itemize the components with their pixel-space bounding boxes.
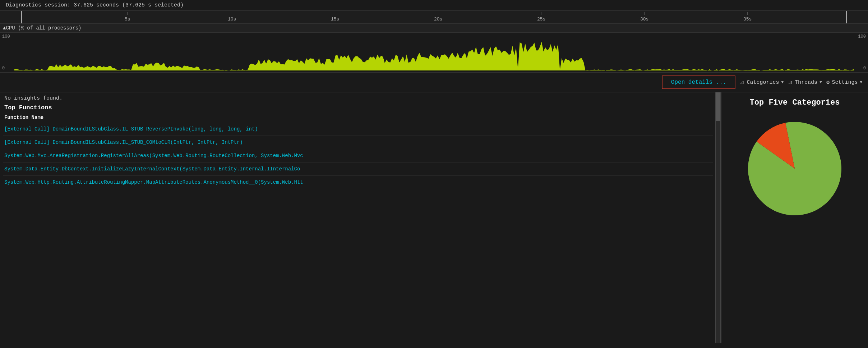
pie-chart-container xyxy=(741,113,849,221)
main-content: No insights found. Top Functions Functio… xyxy=(0,92,868,343)
tick-line xyxy=(438,12,438,15)
cpu-y-min-left: 0 xyxy=(2,66,5,71)
ruler-tick-20s: 20s xyxy=(434,11,442,23)
tick-line xyxy=(127,12,128,15)
cpu-y-min-right: 0 xyxy=(863,66,866,71)
function-row-2[interactable]: System.Web.Mvc.AreaRegistration.Register… xyxy=(3,149,713,162)
tick-line xyxy=(644,12,645,15)
tick-label: 30s xyxy=(640,17,648,22)
timeline-ruler: 5s 10s 15s 20s 25s 30s 35s xyxy=(0,11,868,24)
ruler-tick-15s: 15s xyxy=(331,11,339,23)
threads-filter-button[interactable]: ⊿ Threads ▼ xyxy=(788,79,822,86)
function-name-header: Function Name xyxy=(3,115,713,120)
ruler-tick-25s: 25s xyxy=(537,11,545,23)
open-details-button[interactable]: Open details ... xyxy=(662,75,736,89)
tick-line xyxy=(232,12,232,15)
settings-button[interactable]: ⚙ Settings ▼ xyxy=(826,79,862,86)
threads-dropdown-arrow: ▼ xyxy=(819,80,822,84)
function-row-4[interactable]: System.Web.Http.Routing.AttributeRouting… xyxy=(3,176,713,189)
toolbar-row: Open details ... ⊿ Categories ▼ ⊿ Thread… xyxy=(0,73,868,92)
diagnostics-title: Diagnostics session: 37.625 seconds (37.… xyxy=(6,2,184,8)
tick-label: 20s xyxy=(434,17,442,22)
cpu-header-label: ▲CPU (% of all processors) xyxy=(3,25,81,31)
tick-label: 15s xyxy=(331,17,339,22)
cpu-waveform xyxy=(14,42,854,70)
cpu-section: ▲CPU (% of all processors) 100 0 100 0 xyxy=(0,24,868,73)
categories-dropdown-arrow: ▼ xyxy=(781,80,784,84)
right-panel: Top Five Categories xyxy=(721,92,868,343)
diagnostics-header: Diagnostics session: 37.625 seconds (37.… xyxy=(0,0,868,11)
categories-filter-label: Categories xyxy=(747,79,779,86)
functions-list: [External Call] DomainBoundILStubClass.I… xyxy=(3,123,713,189)
top-functions-title: Top Functions xyxy=(3,104,713,111)
tick-label: 5s xyxy=(125,17,130,22)
top-five-title: Top Five Categories xyxy=(750,98,840,107)
settings-label: Settings xyxy=(832,79,858,86)
tick-label: 25s xyxy=(537,17,545,22)
settings-gear-icon: ⚙ xyxy=(826,79,830,86)
ruler-tick-5s: 5s xyxy=(125,11,130,23)
function-row-3[interactable]: System.Data.Entity.DbContext.InitializeL… xyxy=(3,162,713,176)
left-panel: No insights found. Top Functions Functio… xyxy=(0,92,721,343)
cpu-y-max-right: 100 xyxy=(858,34,866,39)
threads-filter-icon: ⊿ xyxy=(788,79,793,86)
cpu-y-max-left: 100 xyxy=(2,34,10,39)
threads-filter-label: Threads xyxy=(795,79,817,86)
ruler-tick-30s: 30s xyxy=(640,11,648,23)
settings-dropdown-arrow: ▼ xyxy=(860,80,862,84)
function-row-0[interactable]: [External Call] DomainBoundILStubClass.I… xyxy=(3,123,713,136)
scrollbar-thumb[interactable] xyxy=(716,92,720,121)
cpu-chart-svg xyxy=(14,33,854,72)
insights-text: No insights found. xyxy=(3,95,713,101)
cpu-chart-container: 100 0 100 0 xyxy=(0,33,868,72)
tick-line xyxy=(335,12,335,15)
cpu-header: ▲CPU (% of all processors) xyxy=(0,24,868,33)
tick-label: 10s xyxy=(228,17,236,22)
pie-chart-svg xyxy=(741,113,849,221)
function-row-1[interactable]: [External Call] DomainBoundILStubClass.I… xyxy=(3,136,713,149)
categories-filter-icon: ⊿ xyxy=(740,79,744,86)
tick-line xyxy=(747,12,748,15)
tick-label: 35s xyxy=(743,17,752,22)
tick-line xyxy=(541,12,541,15)
ruler-tick-10s: 10s xyxy=(228,11,236,23)
left-panel-inner: No insights found. Top Functions Functio… xyxy=(0,92,720,189)
timeline-ruler-inner: 5s 10s 15s 20s 25s 30s 35s xyxy=(22,11,846,23)
categories-filter-button[interactable]: ⊿ Categories ▼ xyxy=(740,79,784,86)
ruler-tick-35s: 35s xyxy=(743,11,752,23)
scrollbar-track[interactable] xyxy=(715,92,720,343)
